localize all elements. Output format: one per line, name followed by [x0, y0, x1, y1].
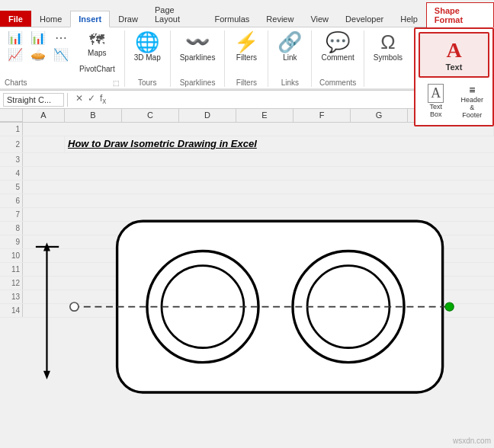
text-icon: A [446, 38, 461, 62]
col-header-e[interactable]: E [236, 109, 294, 122]
cell[interactable] [23, 290, 494, 303]
ribbon: 📊 📊 ⋯ 📈 [0, 27, 494, 91]
table-row: 6 [0, 194, 494, 208]
col-header-a[interactable]: A [23, 109, 65, 122]
row-header: 3 [0, 153, 23, 166]
text-btn[interactable]: A Text [419, 32, 489, 78]
row-header: 10 [0, 249, 23, 262]
confirm-formula-icon[interactable]: ✓ [86, 93, 97, 105]
maps-btn[interactable]: 🗺 Maps [75, 30, 120, 59]
formula-controls: ✕ ✓ fx [74, 93, 107, 105]
row-header: 11 [0, 263, 23, 276]
row-header: 6 [0, 194, 23, 207]
more-charts-btn[interactable]: 📉 [50, 47, 72, 62]
ribbon-group-symbols: Ω Symbols [364, 30, 412, 87]
text-group-popup: A Text A Text Box ≡ Header& Footer [414, 27, 494, 126]
text-box-btn[interactable]: A Text Box [419, 81, 454, 122]
filters-btn[interactable]: ⚡ Filters [229, 30, 263, 63]
row-header: 5 [0, 181, 23, 194]
ribbon-group-sparklines: 〰️ Sparklines Sparklines [171, 30, 226, 87]
tab-help[interactable]: Help [392, 11, 426, 27]
app-container: File Home Insert Draw Page Layout Formul… [0, 0, 494, 448]
insert-column-chart-btn[interactable]: 📊 [5, 30, 26, 46]
tab-bar: File Home Insert Draw Page Layout Formul… [0, 0, 494, 27]
cell[interactable] [23, 235, 494, 248]
cell[interactable] [23, 263, 494, 276]
ribbon-group-links: 🔗 Link Links [268, 30, 312, 87]
row-header: 2 [0, 136, 23, 152]
header-footer-btn[interactable]: ≡ Header& Footer [455, 81, 490, 122]
tab-page-layout[interactable]: Page Layout [146, 2, 207, 27]
table-row: 13 [0, 290, 494, 304]
main-area: A B C D E F G 1 2 How to Draw [0, 109, 494, 448]
cell[interactable] [23, 222, 494, 235]
tab-shape-format[interactable]: Shape Format [426, 2, 494, 27]
tab-formulas[interactable]: Formulas [207, 11, 258, 27]
table-row: 2 How to Draw Isometric Drawing in Excel [0, 136, 494, 153]
table-row: 9 [0, 235, 494, 249]
rows-area: 1 2 How to Draw Isometric Drawing in Exc… [0, 123, 494, 448]
cell[interactable] [23, 153, 494, 166]
table-row: 3 [0, 153, 494, 167]
ribbon-group-comments: 💬 Comment Comments [312, 30, 364, 87]
watermark: wsxdn.com [453, 437, 491, 445]
row-header-corner [0, 109, 23, 122]
col-header-d[interactable]: D [179, 109, 236, 122]
cell[interactable] [23, 181, 494, 194]
tab-insert[interactable]: Insert [70, 11, 110, 27]
cell[interactable] [23, 304, 494, 317]
table-row: 4 [0, 167, 494, 181]
pivot-chart-btn[interactable]: PivotChart [75, 62, 120, 75]
row-header: 7 [0, 208, 23, 221]
tab-file[interactable]: File [0, 11, 31, 27]
table-row: 10 [0, 249, 494, 263]
tab-developer[interactable]: Developer [337, 11, 392, 27]
col-header-g[interactable]: G [351, 109, 408, 122]
table-row: 12 [0, 277, 494, 290]
comment-btn[interactable]: 💬 Comment [316, 30, 358, 63]
tab-home[interactable]: Home [31, 11, 70, 27]
cell[interactable] [23, 194, 494, 207]
col-header-b[interactable]: B [65, 109, 122, 122]
cancel-formula-icon[interactable]: ✕ [74, 93, 85, 105]
insert-function-icon[interactable]: fx [98, 93, 107, 105]
row-header: 1 [0, 123, 23, 136]
col-header-c[interactable]: C [122, 109, 179, 122]
col-header-f[interactable]: F [294, 109, 351, 122]
row-header: 4 [0, 167, 23, 180]
name-box[interactable] [3, 93, 64, 107]
table-row: 11 [0, 263, 494, 277]
table-row: 7 [0, 208, 494, 222]
row-header: 8 [0, 222, 23, 235]
row-header: 12 [0, 277, 23, 290]
symbols-btn[interactable]: Ω Symbols [369, 30, 407, 63]
insert-bar-chart-btn[interactable]: 📊 [27, 30, 49, 46]
row-header: 13 [0, 290, 23, 303]
insert-line-chart-btn[interactable]: 📈 [5, 47, 26, 62]
cell[interactable] [23, 208, 494, 221]
ribbon-group-tours: 🌐 3D Map Tours [125, 30, 171, 87]
header-footer-icon: ≡ [469, 84, 475, 96]
cell[interactable] [23, 249, 494, 262]
table-row: 14 [0, 304, 494, 318]
insert-pie-chart-btn[interactable]: 🥧 [27, 47, 49, 62]
text-box-icon: A [428, 84, 444, 103]
table-row: 8 [0, 222, 494, 235]
row-header: 14 [0, 304, 23, 317]
insert-scatter-btn[interactable]: ⋯ [50, 30, 72, 46]
ribbon-group-filters: ⚡ Filters Filters [225, 30, 268, 87]
cell[interactable] [23, 277, 494, 290]
formula-divider [67, 93, 68, 107]
text-sub-buttons: A Text Box ≡ Header& Footer [419, 81, 489, 122]
tab-draw[interactable]: Draw [110, 11, 146, 27]
link-btn[interactable]: 🔗 Link [273, 30, 306, 63]
3d-map-btn[interactable]: 🌐 3D Map [130, 30, 165, 63]
sparklines-btn[interactable]: 〰️ Sparklines [175, 30, 220, 63]
tab-review[interactable]: Review [258, 11, 302, 27]
cell-a2[interactable] [23, 136, 65, 152]
charts-dialog-launcher[interactable]: ⬚ [113, 79, 120, 87]
cell[interactable] [23, 167, 494, 180]
cell-title[interactable]: How to Draw Isometric Drawing in Excel [65, 136, 494, 152]
sheet-rows-container: 1 2 How to Draw Isometric Drawing in Exc… [0, 123, 494, 448]
tab-view[interactable]: View [302, 11, 337, 27]
